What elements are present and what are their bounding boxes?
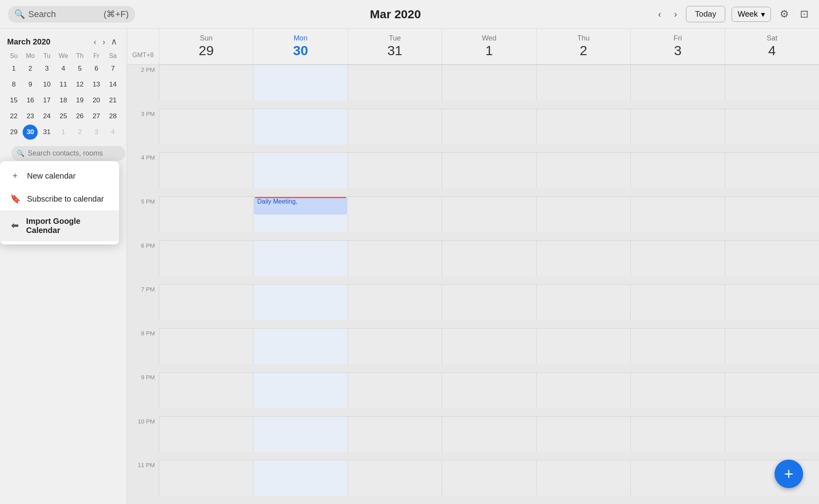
grid-cell-r6-c0[interactable]	[159, 328, 253, 364]
mini-day-3[interactable]: 3	[39, 61, 54, 76]
grid-cell-r1-c4[interactable]	[536, 109, 630, 144]
grid-cell-r3-c6[interactable]	[725, 196, 819, 232]
mini-day-16[interactable]: 16	[23, 93, 38, 108]
grid-cell-r5-c4[interactable]	[536, 284, 630, 320]
mini-day-29[interactable]: 29	[6, 125, 21, 140]
grid-cell-r9-c3[interactable]	[442, 460, 536, 496]
grid-cell-r9-c6[interactable]	[725, 460, 819, 496]
mini-day-4[interactable]: 4	[105, 125, 120, 140]
mini-day-2[interactable]: 2	[72, 125, 87, 140]
mini-next-button[interactable]: ›	[99, 36, 108, 48]
grid-cell-r5-c0[interactable]	[159, 284, 253, 320]
grid-cell-r6-c6[interactable]	[725, 328, 819, 364]
grid-cell-r1-c6[interactable]	[725, 109, 819, 144]
mini-day-6[interactable]: 6	[89, 61, 104, 76]
dropdown-item-1[interactable]: 🔖 Subscribe to calendar	[0, 187, 119, 210]
mini-day-22[interactable]: 22	[6, 109, 21, 124]
grid-cell-r5-c3[interactable]	[442, 284, 536, 320]
grid-cell-r3-c3[interactable]	[442, 196, 536, 232]
grid-cell-r2-c1[interactable]	[253, 152, 347, 188]
grid-cell-r5-c2[interactable]	[348, 284, 442, 320]
mini-day-20[interactable]: 20	[89, 93, 104, 108]
today-button[interactable]: Today	[686, 6, 725, 22]
grid-cell-r4-c4[interactable]	[536, 240, 630, 276]
grid-cell-r9-c5[interactable]	[630, 460, 724, 496]
mini-day-8[interactable]: 8	[6, 77, 21, 92]
grid-cell-r5-c1[interactable]	[253, 284, 347, 320]
view-select[interactable]: Week ▾	[732, 7, 771, 22]
grid-cell-r0-c0[interactable]	[159, 65, 253, 100]
grid-cell-r2-c0[interactable]	[159, 152, 253, 188]
mini-day-2[interactable]: 2	[23, 61, 38, 76]
grid-cell-r9-c0[interactable]	[159, 460, 253, 496]
grid-cell-r7-c3[interactable]	[442, 372, 536, 408]
grid-cell-r7-c4[interactable]	[536, 372, 630, 408]
grid-cell-r2-c4[interactable]	[536, 152, 630, 188]
grid-cell-r8-c4[interactable]	[536, 416, 630, 452]
grid-cell-r6-c1[interactable]	[253, 328, 347, 364]
day-header-mon[interactable]: Mon30	[253, 29, 347, 64]
search-contacts-input[interactable]	[28, 149, 120, 158]
grid-cell-r3-c2[interactable]	[348, 196, 442, 232]
mini-day-3[interactable]: 3	[89, 125, 104, 140]
grid-cell-r0-c5[interactable]	[630, 65, 724, 100]
grid-cell-r6-c5[interactable]	[630, 328, 724, 364]
grid-cell-r6-c2[interactable]	[348, 328, 442, 364]
grid-cell-r1-c1[interactable]	[253, 109, 347, 144]
prev-month-button[interactable]: ‹	[654, 6, 665, 22]
grid-cell-r7-c2[interactable]	[348, 372, 442, 408]
grid-cell-r8-c5[interactable]	[630, 416, 724, 452]
mini-day-23[interactable]: 23	[23, 109, 38, 124]
mini-day-31[interactable]: 31	[39, 125, 54, 140]
grid-cell-r3-c5[interactable]	[630, 196, 724, 232]
event-daily-meeting[interactable]: Daily Meeting,	[254, 197, 346, 214]
mini-day-9[interactable]: 9	[23, 77, 38, 92]
mini-day-1[interactable]: 1	[6, 61, 21, 76]
grid-cell-r3-c0[interactable]	[159, 196, 253, 232]
day-header-sun[interactable]: Sun29	[159, 29, 253, 64]
grid-cell-r4-c0[interactable]	[159, 240, 253, 276]
dropdown-item-0[interactable]: + New calendar	[0, 164, 119, 187]
grid-cell-r7-c1[interactable]	[253, 372, 347, 408]
settings-button[interactable]: ⚙	[777, 6, 791, 23]
grid-cell-r4-c1[interactable]	[253, 240, 347, 276]
grid-cell-r2-c6[interactable]	[725, 152, 819, 188]
fab-add-button[interactable]: +	[775, 460, 803, 488]
mini-day-28[interactable]: 28	[105, 109, 120, 124]
grid-cell-r1-c5[interactable]	[630, 109, 724, 144]
grid-cell-r0-c3[interactable]	[442, 65, 536, 100]
mini-day-18[interactable]: 18	[56, 93, 71, 108]
grid-cell-r3-c4[interactable]	[536, 196, 630, 232]
grid-cell-r5-c5[interactable]	[630, 284, 724, 320]
grid-cell-r1-c0[interactable]	[159, 109, 253, 144]
grid-cell-r4-c2[interactable]	[348, 240, 442, 276]
mini-prev-button[interactable]: ‹	[91, 36, 100, 48]
grid-cell-r0-c4[interactable]	[536, 65, 630, 100]
mini-day-24[interactable]: 24	[39, 109, 54, 124]
grid-cell-r8-c0[interactable]	[159, 416, 253, 452]
grid-cell-r3-c1[interactable]: Daily Meeting,	[253, 196, 347, 232]
next-month-button[interactable]: ›	[670, 6, 681, 22]
day-header-tue[interactable]: Tue31	[348, 29, 442, 64]
grid-cell-r7-c6[interactable]	[725, 372, 819, 408]
grid-cell-r2-c3[interactable]	[442, 152, 536, 188]
grid-cell-r7-c5[interactable]	[630, 372, 724, 408]
mini-day-25[interactable]: 25	[56, 109, 71, 124]
grid-cell-r4-c5[interactable]	[630, 240, 724, 276]
mini-day-21[interactable]: 21	[105, 93, 120, 108]
grid-cell-r8-c6[interactable]	[725, 416, 819, 452]
grid-cell-r4-c6[interactable]	[725, 240, 819, 276]
mini-day-19[interactable]: 19	[72, 93, 87, 108]
mini-day-14[interactable]: 14	[105, 77, 120, 92]
mini-day-27[interactable]: 27	[89, 109, 104, 124]
day-header-sat[interactable]: Sat4	[725, 29, 819, 64]
search-box[interactable]: 🔍 Search (⌘+F)	[8, 6, 135, 23]
grid-cell-r6-c4[interactable]	[536, 328, 630, 364]
grid-cell-r8-c1[interactable]	[253, 416, 347, 452]
mini-day-11[interactable]: 11	[56, 77, 71, 92]
grid-cell-r9-c2[interactable]	[348, 460, 442, 496]
sidebar-search[interactable]: 🔍	[11, 146, 126, 161]
dropdown-item-2[interactable]: ⬅ Import Google Calendar	[0, 210, 119, 241]
grid-cell-r2-c5[interactable]	[630, 152, 724, 188]
mini-day-1[interactable]: 1	[56, 125, 71, 140]
